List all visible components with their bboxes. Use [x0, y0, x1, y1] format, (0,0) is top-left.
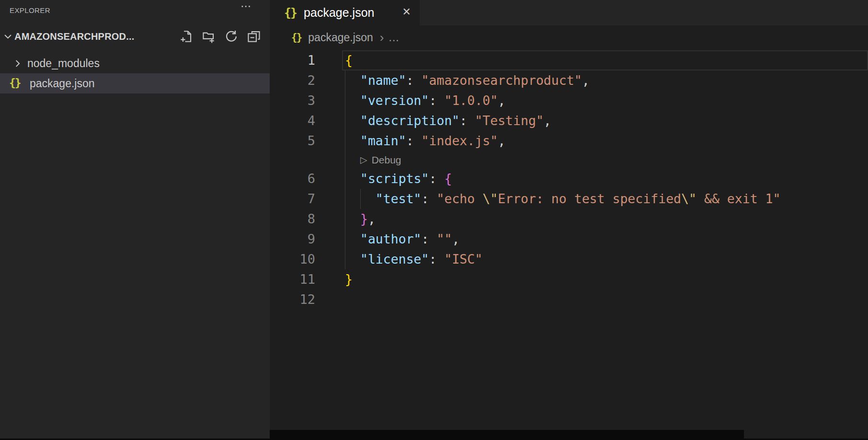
code-text: "version": "1.0.0",: [345, 91, 505, 111]
line-number: 8: [270, 209, 315, 229]
line-number: 9: [270, 229, 315, 249]
line-number: 4: [270, 111, 315, 131]
code-text: "author": "",: [345, 229, 459, 249]
chevron-right-icon: [13, 59, 22, 68]
code-text: "test": "echo \"Error: no test specified…: [345, 189, 780, 209]
more-actions-icon[interactable]: ⋯: [240, 0, 251, 12]
code-text: {: [345, 50, 353, 70]
codelens-label: Debug: [372, 154, 401, 166]
tab-label: package.json: [304, 6, 374, 20]
editor-group: {} package.json ✕ {} package.json › ... …: [270, 0, 868, 440]
code-line-5[interactable]: 5 "main": "index.js",: [270, 131, 868, 151]
line-number: 10: [270, 249, 315, 269]
tab-package-json[interactable]: {} package.json ✕: [270, 0, 420, 25]
line-number: 5: [270, 131, 315, 151]
new-file-button[interactable]: [179, 29, 194, 44]
new-folder-button[interactable]: [202, 29, 216, 44]
code-text: "name": "amazonsearchproduct",: [345, 70, 590, 91]
line-number: 6: [270, 169, 315, 189]
code-line-7[interactable]: 7 "test": "echo \"Error: no test specifi…: [270, 189, 868, 209]
line-number: 7: [270, 189, 315, 209]
explorer-header: EXPLORER ⋯: [0, 0, 270, 20]
breadcrumb-file[interactable]: package.json: [308, 31, 373, 44]
code-line-11[interactable]: 11}: [270, 269, 868, 289]
codelens-debug-action[interactable]: ▷Debug: [360, 151, 868, 169]
play-outline-icon: ▷: [360, 154, 367, 165]
code-text: "description": "Testing",: [345, 111, 551, 131]
code-text: "license": "ISC": [345, 249, 482, 269]
folder-name: node_modules: [27, 57, 100, 70]
code-lines: 1{2 "name": "amazonsearchproduct",3 "ver…: [270, 50, 868, 310]
file-name: package.json: [30, 77, 95, 90]
line-number: 3: [270, 91, 315, 111]
explorer-actions: [179, 29, 261, 44]
line-number: 11: [270, 269, 315, 289]
line-number: 2: [270, 70, 315, 91]
code-line-12[interactable]: 12: [270, 289, 868, 310]
code-text: },: [345, 209, 376, 229]
chevron-right-icon: ›: [380, 33, 384, 42]
code-line-6[interactable]: 6 "scripts": {: [270, 169, 868, 189]
code-text: "scripts": {: [345, 169, 452, 189]
collapse-folders-icon[interactable]: [247, 29, 261, 44]
json-file-icon: {}: [291, 32, 301, 43]
code-text: "main": "index.js",: [345, 131, 505, 151]
code-line-2[interactable]: 2 "name": "amazonsearchproduct",: [270, 70, 868, 91]
close-tab-icon[interactable]: ✕: [402, 6, 411, 18]
json-file-icon: {}: [284, 6, 297, 20]
vscode-window: EXPLORER ⋯ AMAZONSEARCHPROD...: [0, 0, 868, 440]
file-tree: node_modules {} package.json: [0, 53, 270, 93]
tab-bar: {} package.json ✕: [270, 0, 868, 25]
project-section-header[interactable]: AMAZONSEARCHPROD...: [0, 26, 270, 46]
code-line-10[interactable]: 10 "license": "ISC": [270, 249, 868, 269]
breadcrumb: {} package.json › ...: [270, 25, 868, 49]
refresh-icon[interactable]: [224, 29, 239, 44]
code-text: }: [345, 269, 353, 289]
chevron-down-icon: [4, 33, 12, 41]
explorer-sidebar: EXPLORER ⋯ AMAZONSEARCHPROD...: [0, 0, 270, 440]
line-number: 1: [270, 50, 315, 70]
code-editor[interactable]: 1{2 "name": "amazonsearchproduct",3 "ver…: [270, 49, 868, 440]
code-line-1[interactable]: 1{: [270, 50, 868, 70]
code-line-4[interactable]: 4 "description": "Testing",: [270, 111, 868, 131]
code-line-8[interactable]: 8 },: [270, 209, 868, 229]
breadcrumb-symbol[interactable]: ...: [389, 31, 400, 44]
tree-item-node-modules[interactable]: node_modules: [0, 53, 270, 73]
json-file-icon: {}: [9, 77, 21, 89]
tree-item-package-json[interactable]: {} package.json: [0, 73, 270, 93]
project-folder-name: AMAZONSEARCHPROD...: [14, 31, 134, 42]
line-number: 12: [270, 289, 315, 310]
code-line-9[interactable]: 9 "author": "",: [270, 229, 868, 249]
explorer-title: EXPLORER: [10, 6, 50, 14]
code-line-3[interactable]: 3 "version": "1.0.0",: [270, 91, 868, 111]
